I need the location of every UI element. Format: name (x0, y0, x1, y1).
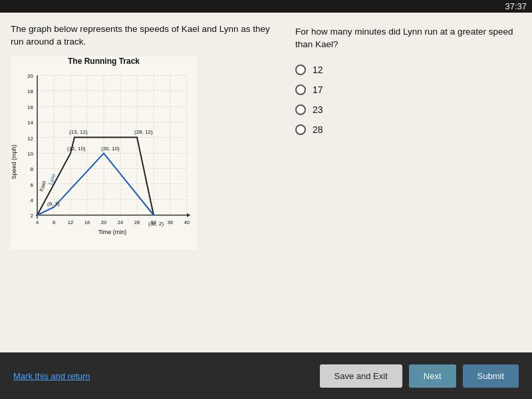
svg-text:4: 4 (31, 197, 34, 203)
svg-text:8: 8 (31, 166, 34, 172)
svg-text:24: 24 (118, 219, 123, 225)
svg-text:(13, 12): (13, 12) (69, 128, 88, 134)
option-12-label: 12 (313, 65, 323, 75)
left-description: The graph below represents the speeds of… (11, 23, 282, 49)
timer: 37:37 (505, 1, 527, 11)
radio-17[interactable] (295, 84, 306, 95)
svg-text:(32, 2): (32, 2) (148, 220, 164, 226)
screen: 37:37 The graph below represents the spe… (0, 0, 532, 399)
graph-title: The Running Track (11, 57, 197, 66)
svg-text:Kael: Kael (38, 180, 47, 192)
graph-container: The Running Track Speed (mph) (11, 57, 197, 249)
left-panel: The graph below represents the speeds of… (11, 23, 282, 342)
save-exit-button[interactable]: Save and Exit (320, 364, 402, 388)
svg-text:Speed (mph): Speed (mph) (11, 144, 17, 179)
bottom-buttons: Save and Exit Next Submit (320, 364, 519, 388)
svg-text:16: 16 (27, 104, 33, 110)
svg-text:18: 18 (27, 88, 33, 94)
option-28-label: 28 (313, 124, 323, 135)
svg-text:8: 8 (53, 219, 55, 225)
radio-28[interactable] (295, 124, 306, 135)
svg-text:(20, 10): (20, 10) (101, 145, 120, 151)
svg-text:12: 12 (68, 219, 73, 225)
svg-text:28: 28 (134, 219, 140, 225)
svg-text:20: 20 (27, 72, 33, 78)
svg-text:16: 16 (84, 219, 90, 225)
main-content: The graph below represents the speeds of… (0, 13, 532, 352)
graph-area: Speed (mph) (11, 67, 197, 247)
option-17-label: 17 (313, 84, 323, 95)
radio-12[interactable] (295, 65, 306, 75)
svg-text:36: 36 (168, 219, 173, 225)
graph-svg: Speed (mph) (11, 67, 197, 247)
svg-text:2: 2 (31, 212, 34, 218)
svg-text:10: 10 (27, 150, 33, 156)
option-23[interactable]: 23 (295, 104, 521, 115)
bottom-bar: Mark this and return Save and Exit Next … (0, 352, 532, 399)
mark-return-link[interactable]: Mark this and return (13, 371, 90, 381)
svg-text:6: 6 (31, 182, 34, 188)
svg-text:12: 12 (27, 135, 33, 141)
right-question: For how many minutes did Lynn run at a g… (295, 26, 521, 51)
top-bar: 37:37 (0, 0, 532, 13)
option-12[interactable]: 12 (295, 65, 521, 75)
svg-text:(28, 12): (28, 12) (134, 128, 153, 134)
submit-button[interactable]: Submit (463, 364, 519, 388)
svg-text:20: 20 (101, 219, 106, 225)
radio-23[interactable] (295, 104, 306, 115)
svg-text:14: 14 (27, 119, 33, 125)
svg-marker-33 (187, 213, 190, 217)
svg-text:(8, 3): (8, 3) (47, 200, 60, 206)
svg-text:40: 40 (184, 219, 190, 225)
right-panel: For how many minutes did Lynn run at a g… (295, 23, 521, 342)
option-23-label: 23 (313, 104, 323, 115)
svg-text:(12, 10): (12, 10) (67, 145, 86, 151)
option-17[interactable]: 17 (295, 84, 521, 95)
next-button[interactable]: Next (409, 364, 456, 388)
option-28[interactable]: 28 (295, 124, 521, 135)
svg-text:4: 4 (36, 219, 39, 225)
svg-text:Time (min): Time (min) (98, 228, 127, 235)
